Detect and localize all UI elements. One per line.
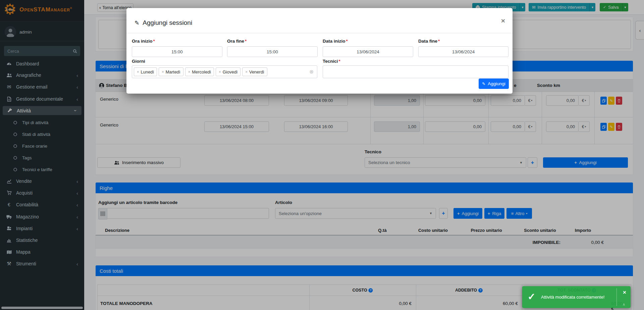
pencil-icon: ✎ — [135, 19, 139, 27]
required-asterisk: * — [346, 39, 348, 44]
day-tag[interactable]: ×Lunedì — [134, 67, 157, 76]
remove-tag-icon[interactable]: × — [219, 70, 221, 74]
remove-tag-icon[interactable]: × — [245, 70, 247, 74]
day-tag[interactable]: ×Venerdì — [242, 67, 267, 76]
required-asterisk: * — [245, 39, 247, 44]
ora-inizio-label: Ora inizio* — [132, 39, 155, 44]
remove-tag-icon[interactable]: × — [137, 70, 139, 74]
check-icon: ✓ — [528, 291, 535, 302]
edit-square-icon: ✎ — [482, 82, 485, 86]
ora-inizio-input[interactable] — [132, 46, 222, 57]
required-asterisk: * — [153, 39, 155, 44]
app-window: ⚙ OSM OpenSTAManager® admin Dashboard An… — [0, 0, 644, 310]
ora-fine-input[interactable] — [227, 46, 318, 57]
modal-submit-button[interactable]: ✎ Aggiungi — [479, 79, 509, 89]
success-toast: ✓ Attività modificata correttamente! × ∧ — [522, 286, 631, 308]
chevron-up-icon[interactable]: ∧ — [623, 302, 625, 307]
add-sessions-modal: ✎ Aggiungi sessioni × Ora inizio* Ora fi… — [126, 8, 513, 94]
giorni-tag-field[interactable]: ×Lunedì ×Martedì ×Mercoledì ×Giovedì ×Ve… — [132, 65, 317, 78]
tecnici-label: Tecnici* — [323, 59, 340, 64]
clear-all-tags-icon[interactable]: ⊗ — [309, 69, 314, 75]
data-inizio-label: Data inizio* — [323, 39, 348, 44]
day-tag[interactable]: ×Martedì — [159, 67, 183, 76]
data-inizio-input[interactable] — [323, 46, 413, 57]
day-tag[interactable]: ×Giovedì — [216, 67, 240, 76]
required-asterisk: * — [339, 59, 340, 64]
modal-close-button[interactable]: × — [501, 17, 505, 25]
toast-message: Attività modificata correttamente! — [541, 295, 604, 300]
toast-close-icon[interactable]: × — [623, 289, 626, 296]
day-tag[interactable]: ×Mercoledì — [185, 67, 214, 76]
remove-tag-icon[interactable]: × — [188, 70, 190, 74]
ora-fine-label: Ora fine* — [227, 39, 247, 44]
remove-tag-icon[interactable]: × — [162, 70, 164, 74]
required-asterisk: * — [438, 39, 440, 44]
modal-title: ✎ Aggiungi sessioni — [135, 19, 192, 27]
toast-divider — [616, 288, 617, 306]
data-fine-input[interactable] — [418, 46, 508, 57]
modal-header-divider — [126, 33, 513, 33]
data-fine-label: Data fine* — [418, 39, 440, 44]
tecnici-field[interactable] — [323, 65, 508, 78]
giorni-label: Giorni — [132, 59, 145, 64]
